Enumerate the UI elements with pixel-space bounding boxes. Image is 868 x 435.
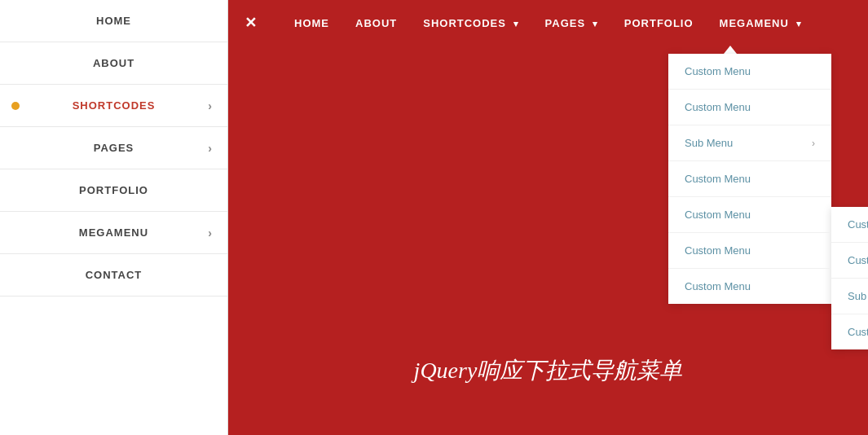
dropdown-arrow-icon: ▾ [513,19,519,29]
dropdown-sec-item-2[interactable]: Custom Menu [831,243,868,279]
close-button[interactable]: ✕ [245,14,257,32]
nav-home-label: HOME [294,17,329,29]
dropdown-sec-item-1[interactable]: Custom Menu [831,207,868,243]
dropdown-sec-item-submenu[interactable]: Sub Menu › [831,279,868,314]
nav-item-portfolio[interactable]: PORTFOLIO [624,17,694,29]
dropdown-item-submenu[interactable]: Sub Menu › Custom Menu Custom Menu Sub M… [668,125,831,161]
dropdown-arrow-icon: ▾ [796,19,802,29]
sidebar-item-megamenu[interactable]: MEGAMENU › [0,212,227,254]
chevron-right-icon: › [208,99,213,112]
dropdown-item-5-label: Custom Menu [685,244,751,257]
sidebar-item-home[interactable]: HOME [0,0,227,42]
sidebar-portfolio-label: PORTFOLIO [79,184,148,196]
dropdown-sec-item-4[interactable]: Custom Menu [831,314,868,349]
sidebar-item-about[interactable]: ABOUT [0,42,227,85]
nav-about-label: ABOUT [355,17,397,29]
sidebar-item-shortcodes[interactable]: SHORTCODES › [0,85,227,127]
dropdown-sec-submenu-label: Sub Menu [848,290,868,302]
dropdown-item-6[interactable]: Custom Menu [668,269,831,304]
submenu-arrow-icon: › [812,138,815,149]
dropdown-item-3-label: Custom Menu [685,173,751,185]
dropdown-item-3[interactable]: Custom Menu [668,161,831,197]
sidebar-home-label: HOME [96,15,131,27]
nav-item-pages[interactable]: PAGES ▾ [545,17,598,29]
sidebar-about-label: ABOUT [93,57,134,69]
nav-portfolio-label: PORTFOLIO [624,17,694,29]
sidebar-item-portfolio[interactable]: PORTFOLIO [0,169,227,212]
dropdown-sec-item-2-label: Custom Menu [848,254,868,266]
nav-shortcodes-label: SHORTCODES [423,17,506,29]
dropdown-submenu-label: Sub Menu [685,137,733,149]
dropdown-item-2[interactable]: Custom Menu [668,90,831,125]
dropdown-item-6-label: Custom Menu [685,280,751,292]
dropdown-item-2-label: Custom Menu [685,101,751,113]
nav-item-about[interactable]: ABOUT [355,17,397,29]
active-dot-icon [11,102,20,110]
nav-item-home[interactable]: HOME [294,17,329,29]
nav-megamenu-label: MEGAMENU [720,17,789,29]
dropdown-item-1[interactable]: Custom Menu [668,54,831,90]
sidebar-megamenu-label: MEGAMENU [79,226,148,239]
sidebar-item-contact[interactable]: CONTACT [0,254,227,297]
chevron-right-icon: › [208,226,213,239]
dropdown-pointer [724,46,737,54]
sidebar-shortcodes-label: SHORTCODES [73,99,156,112]
dropdown-primary: Custom Menu Custom Menu Sub Menu › Custo… [668,54,831,304]
chevron-right-icon: › [208,142,213,155]
dropdown-item-4-label: Custom Menu [685,209,751,221]
sidebar-item-pages[interactable]: PAGES › [0,127,227,169]
top-nav: ✕ HOME ABOUT SHORTCODES ▾ PAGES ▾ PORTFO… [228,0,868,46]
nav-pages-label: PAGES [545,17,586,29]
bottom-text: jQuery响应下拉式导航菜单 [228,355,868,386]
dropdown-sec-item-4-label: Custom Menu [848,326,868,338]
main-content: ✕ HOME ABOUT SHORTCODES ▾ PAGES ▾ PORTFO… [228,0,868,435]
dropdown-item-4[interactable]: Custom Menu [668,197,831,233]
dropdown-arrow-icon: ▾ [593,19,598,29]
dropdown-container: Custom Menu Custom Menu Sub Menu › Custo… [668,46,831,304]
sidebar-pages-label: PAGES [94,142,134,154]
sidebar: HOME ABOUT SHORTCODES › PAGES › PORTFOLI… [0,0,228,435]
dropdown-item-5[interactable]: Custom Menu [668,233,831,269]
dropdown-secondary: Custom Menu Custom Menu Sub Menu › Custo… [831,207,868,349]
dropdown-item-1-label: Custom Menu [685,65,751,77]
nav-item-shortcodes[interactable]: SHORTCODES ▾ [423,17,518,29]
dropdown-sec-item-1-label: Custom Menu [848,218,868,231]
nav-item-megamenu[interactable]: MEGAMENU ▾ [720,17,802,29]
sidebar-contact-label: CONTACT [86,269,143,281]
